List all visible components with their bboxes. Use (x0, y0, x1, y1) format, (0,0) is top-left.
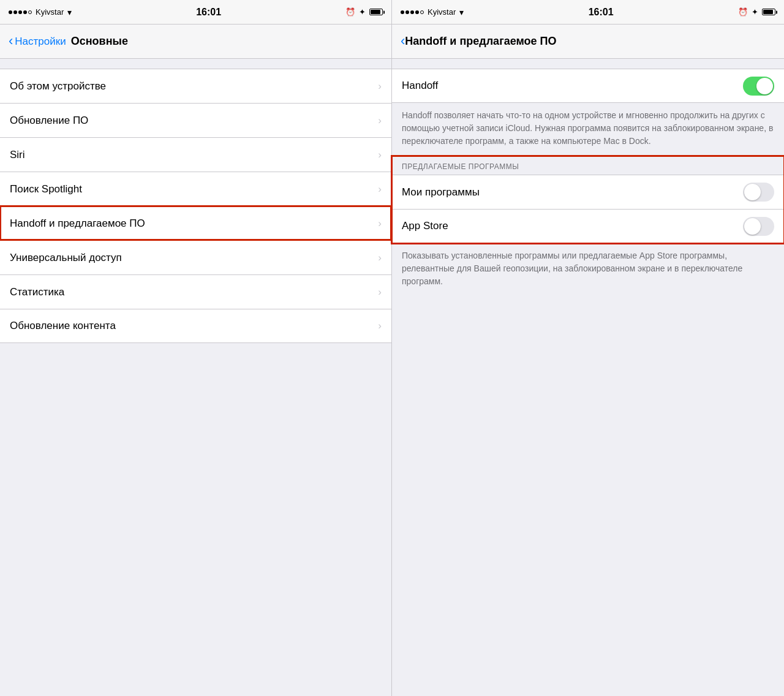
app-store-label: App Store (402, 220, 448, 232)
handoff-row-label: Handoff (402, 80, 438, 92)
siri-chevron-icon: › (378, 149, 382, 161)
right-wifi-icon: ▾ (459, 7, 464, 17)
right-panel: Kyivstar ▾ 16:01 ⏰ ✦ ‹ Handoff и предлаг… (392, 0, 784, 696)
spotlight-label: Поиск Spotlight (10, 183, 82, 195)
right-time: 16:01 (589, 7, 614, 18)
my-apps-toggle[interactable] (743, 183, 774, 202)
left-wifi-icon: ▾ (67, 7, 72, 17)
left-alarm-icon: ⏰ (345, 7, 355, 17)
signal-dot-4 (23, 10, 27, 14)
sidebar-item-content-update[interactable]: Обновление контента › (0, 309, 391, 343)
left-status-left: Kyivstar ▾ (9, 7, 72, 17)
signal-dot-1 (9, 10, 12, 14)
left-status-bar: Kyivstar ▾ 16:01 ⏰ ✦ (0, 0, 391, 25)
signal-dots (9, 10, 32, 14)
right-status-left: Kyivstar ▾ (401, 7, 464, 17)
right-battery-icon (762, 9, 775, 15)
left-battery-icon (369, 9, 383, 15)
sidebar-item-spotlight[interactable]: Поиск Spotlight › (0, 172, 391, 206)
suggested-section: ПРЕДЛАГАЕМЫЕ ПРОГРАММЫ Мои программы App… (392, 156, 784, 243)
right-status-bar: Kyivstar ▾ 16:01 ⏰ ✦ (392, 0, 784, 25)
left-nav-back[interactable]: ‹ Настройки (9, 35, 66, 48)
sidebar-item-accessibility[interactable]: Универсальный доступ › (0, 240, 391, 274)
left-status-right: ⏰ ✦ (345, 7, 383, 17)
signal-dot-5 (28, 10, 32, 14)
left-back-chevron-icon: ‹ (9, 34, 13, 48)
content-update-label: Обновление контента (10, 320, 116, 332)
handoff-toggle-knob (756, 78, 773, 94)
right-signal-dot-5 (420, 10, 424, 14)
sidebar-item-software-update[interactable]: Обновление ПО › (0, 103, 391, 137)
about-chevron-icon: › (378, 80, 382, 93)
content-update-chevron-icon: › (378, 320, 382, 332)
left-panel: Kyivstar ▾ 16:01 ⏰ ✦ ‹ Настройки Основны… (0, 0, 392, 696)
app-store-toggle[interactable] (743, 217, 774, 236)
left-battery-fill (371, 10, 380, 14)
software-update-chevron-icon: › (378, 115, 382, 127)
right-bluetooth-icon: ✦ (752, 7, 758, 17)
left-nav-title: Основные (71, 35, 128, 48)
left-bluetooth-icon: ✦ (359, 7, 366, 17)
sidebar-item-about[interactable]: Об этом устройстве › (0, 69, 391, 103)
statistics-chevron-icon: › (378, 286, 382, 298)
sidebar-item-siri[interactable]: Siri › (0, 137, 391, 172)
my-apps-row[interactable]: Мои программы (392, 175, 784, 209)
handoff-chevron-icon: › (378, 218, 382, 230)
left-settings-group: Об этом устройстве › Обновление ПО › Sir… (0, 69, 391, 343)
signal-dot-3 (18, 10, 22, 14)
right-battery-fill (763, 10, 773, 14)
right-signal-dots (401, 10, 424, 14)
handoff-description: Handoff позволяет начать что-то на одном… (392, 103, 784, 156)
handoff-label: Handoff и предлагаемое ПО (10, 218, 145, 230)
signal-dot-2 (13, 10, 17, 14)
right-signal-dot-1 (401, 10, 404, 14)
right-carrier: Kyivstar (428, 7, 456, 17)
spotlight-chevron-icon: › (378, 183, 382, 195)
suggested-footer-description: Показывать установленные программы или п… (392, 243, 784, 297)
statistics-label: Статистика (10, 286, 64, 298)
left-nav-back-label: Настройки (15, 36, 66, 48)
right-signal-dot-2 (405, 10, 409, 14)
sidebar-item-handoff[interactable]: Handoff и предлагаемое ПО › (0, 206, 391, 240)
my-apps-label: Мои программы (402, 186, 480, 199)
suggested-section-header: ПРЕДЛАГАЕМЫЕ ПРОГРАММЫ (392, 156, 784, 175)
right-alarm-icon: ⏰ (738, 7, 748, 17)
accessibility-label: Универсальный доступ (10, 252, 122, 264)
left-nav-bar: ‹ Настройки Основные (0, 25, 391, 59)
my-apps-toggle-knob (744, 184, 761, 200)
right-status-right: ⏰ ✦ (738, 7, 775, 17)
left-carrier: Kyivstar (36, 7, 64, 17)
right-nav-title: Handoff и предлагаемое ПО (405, 35, 556, 48)
handoff-toggle-row[interactable]: Handoff (392, 69, 784, 103)
right-back-chevron-icon: ‹ (401, 34, 405, 48)
right-signal-dot-3 (410, 10, 414, 14)
software-update-label: Обновление ПО (10, 115, 88, 127)
right-nav-back[interactable]: ‹ (401, 35, 405, 48)
about-label: Об этом устройстве (10, 80, 106, 93)
app-store-toggle-knob (744, 218, 761, 235)
left-time: 16:01 (196, 7, 221, 18)
siri-label: Siri (10, 149, 25, 161)
accessibility-chevron-icon: › (378, 252, 382, 264)
app-store-row[interactable]: App Store (392, 209, 784, 243)
right-nav-bar: ‹ Handoff и предлагаемое ПО (392, 25, 784, 59)
sidebar-item-statistics[interactable]: Статистика › (0, 274, 391, 309)
handoff-toggle[interactable] (743, 77, 774, 96)
right-signal-dot-4 (415, 10, 419, 14)
